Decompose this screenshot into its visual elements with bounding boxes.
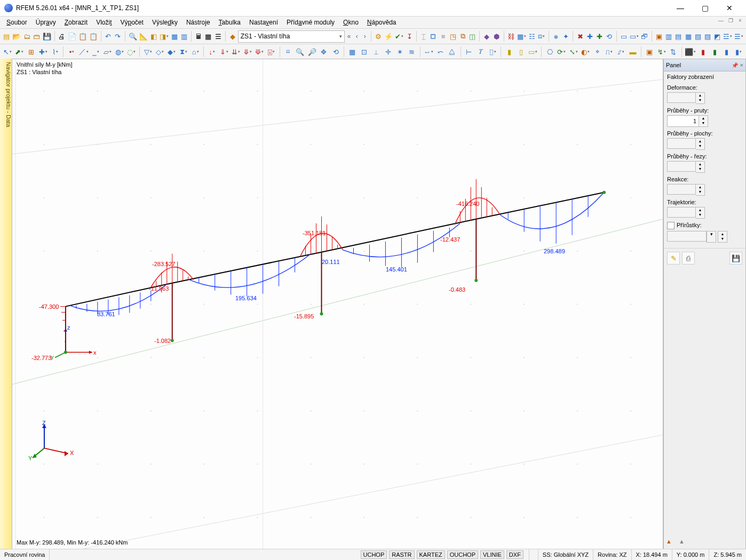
- lc-prev-button[interactable]: ‹: [353, 31, 360, 41]
- save-button[interactable]: 💾: [42, 30, 52, 42]
- find-button[interactable]: 🔍: [128, 30, 138, 42]
- g2-icon[interactable]: ⟳: [556, 46, 567, 58]
- t2-glines[interactable]: ≋: [407, 46, 417, 58]
- release-button[interactable]: ◆: [166, 46, 177, 58]
- h1-icon[interactable]: ▣: [644, 46, 655, 58]
- r5-icon[interactable]: ⧉: [458, 30, 467, 42]
- g4-icon[interactable]: ◐: [580, 46, 591, 58]
- lc-first-button[interactable]: «: [346, 31, 353, 41]
- line-button[interactable]: ／: [78, 46, 89, 58]
- render-mode-1-icon[interactable]: ▲: [666, 538, 676, 548]
- t2-u[interactable]: ⍗: [266, 46, 277, 58]
- snap-button[interactable]: ⊡: [359, 46, 369, 58]
- surface-button[interactable]: ▱: [102, 46, 113, 58]
- t2-o[interactable]: ⌂: [190, 46, 201, 58]
- pin-icon[interactable]: 📌: [732, 62, 738, 68]
- r21-icon[interactable]: 🗗: [640, 30, 649, 42]
- load-line-button[interactable]: ⇓: [219, 46, 229, 58]
- menu-addons[interactable]: Přídavné moduly: [282, 18, 339, 27]
- spinner-arrows-icon[interactable]: ▲▼: [699, 115, 708, 127]
- print-button[interactable]: 🖨: [57, 30, 66, 42]
- toggle-dxf[interactable]: DXF: [506, 550, 523, 559]
- t2-ortho[interactable]: ⟂: [371, 46, 382, 58]
- grid-button[interactable]: ▦: [347, 46, 358, 58]
- view-x-button[interactable]: ▮: [697, 46, 708, 58]
- r11-icon[interactable]: ☷: [528, 30, 536, 42]
- stiffness-button[interactable]: ⧗: [178, 46, 189, 58]
- t2-osnap[interactable]: ✛: [383, 46, 393, 58]
- load-surface-button[interactable]: ⤋: [242, 46, 253, 58]
- solid-button[interactable]: ◍: [114, 46, 124, 58]
- r16-icon[interactable]: ✚: [585, 30, 594, 42]
- panel-close-button[interactable]: ×: [740, 62, 743, 68]
- zoom-extents-button[interactable]: 🔍: [295, 46, 305, 58]
- panel-8-button[interactable]: ☰: [734, 30, 744, 42]
- zoom-window-button[interactable]: ⌗: [283, 46, 293, 58]
- dim-button[interactable]: ⊢: [463, 46, 474, 58]
- prir-checkbox[interactable]: [667, 222, 674, 229]
- g8-icon[interactable]: ▬: [628, 46, 638, 58]
- g1-icon[interactable]: ⎔: [544, 46, 555, 58]
- open-file-button[interactable]: 📂: [12, 30, 21, 42]
- yellow3-button[interactable]: ▭: [528, 46, 538, 58]
- g3-icon[interactable]: ⤡: [568, 46, 579, 58]
- reakce-spin[interactable]: ▲▼: [667, 184, 742, 196]
- table-button[interactable]: ▦: [204, 30, 212, 42]
- render-mode-2-icon[interactable]: ▲: [679, 538, 688, 548]
- deform-spin[interactable]: ▲▼: [667, 92, 742, 104]
- axis-icon[interactable]: ✖: [576, 30, 584, 42]
- t2-d[interactable]: ✚: [38, 46, 49, 58]
- redo-button[interactable]: ↷: [114, 30, 122, 42]
- menu-insert[interactable]: Vložit: [92, 18, 116, 27]
- r10-icon[interactable]: ▦: [517, 30, 527, 42]
- toggle-vlinie[interactable]: VLINIE: [480, 550, 504, 559]
- menu-results[interactable]: Výsledky: [148, 18, 182, 27]
- r4-icon[interactable]: ◳: [449, 30, 457, 42]
- panel-3-button[interactable]: ▦: [684, 30, 692, 42]
- model-viewport[interactable]: Vnitřní síly M-y [kNm] ZS1 : Vlastní tíh…: [12, 59, 663, 549]
- toggle-rastr[interactable]: RASTR: [389, 550, 414, 559]
- r20-icon[interactable]: ▭: [629, 30, 639, 42]
- loadcase-icon[interactable]: ◆: [228, 30, 236, 42]
- g6-icon[interactable]: ⎍: [604, 46, 614, 58]
- view2-button[interactable]: ▥: [180, 30, 188, 42]
- mdi-minimize-button[interactable]: —: [717, 18, 725, 23]
- r7-icon[interactable]: ◆: [482, 30, 491, 42]
- side-panel-header[interactable]: Panel 📌 ×: [664, 59, 745, 71]
- toggle-ouchop[interactable]: OUCHOP: [447, 550, 478, 559]
- pan-button[interactable]: ✥: [319, 46, 329, 58]
- g5-icon[interactable]: ⌖: [592, 46, 602, 58]
- opening-button[interactable]: ◌: [126, 46, 137, 58]
- panel-5-button[interactable]: ▨: [703, 30, 712, 42]
- r6-icon[interactable]: ◫: [468, 30, 477, 42]
- pruty-value-input[interactable]: [667, 115, 699, 127]
- load-member-button[interactable]: ⇊: [231, 46, 241, 58]
- mdi-close-button[interactable]: ×: [736, 18, 744, 23]
- load-node-button[interactable]: ↓: [207, 46, 217, 58]
- mdi-restore-button[interactable]: ❐: [727, 18, 734, 23]
- view-menu-button[interactable]: ▮: [733, 46, 744, 58]
- copy-button[interactable]: 📋: [78, 30, 88, 42]
- prir-combo-arrow[interactable]: ▾: [707, 231, 716, 243]
- panel-4-button[interactable]: ▧: [694, 30, 702, 42]
- toggle-kartez[interactable]: KARTEZ: [417, 550, 445, 559]
- toggle-uchop[interactable]: UCHOP: [361, 550, 387, 559]
- select-menu-button[interactable]: ◨: [159, 30, 169, 42]
- text-button[interactable]: 𝑇: [475, 46, 486, 58]
- iso-view-button[interactable]: ⬛: [685, 46, 696, 58]
- sec-button[interactable]: ⌷: [487, 46, 498, 58]
- select-button[interactable]: ◧: [149, 30, 158, 42]
- project-navigator-tab[interactable]: Navigátor projektu - Data: [0, 59, 12, 549]
- t2-e[interactable]: ⌇: [50, 46, 60, 58]
- move-button[interactable]: ↔: [423, 46, 434, 58]
- t2-polar[interactable]: ✶: [394, 46, 405, 58]
- panel-group-toggle[interactable]: ▣: [655, 30, 663, 42]
- window-maximize-button[interactable]: ▢: [693, 0, 717, 16]
- h2-icon[interactable]: ↯: [656, 46, 666, 58]
- panel-action-save[interactable]: 💾: [729, 252, 742, 265]
- r8-icon[interactable]: ⬢: [492, 30, 501, 42]
- panel-1-button[interactable]: ▥: [664, 30, 673, 42]
- r18-icon[interactable]: ⟲: [605, 30, 614, 42]
- t2-c[interactable]: ⊞: [26, 46, 37, 58]
- open-recent-button[interactable]: 🗂: [22, 30, 31, 42]
